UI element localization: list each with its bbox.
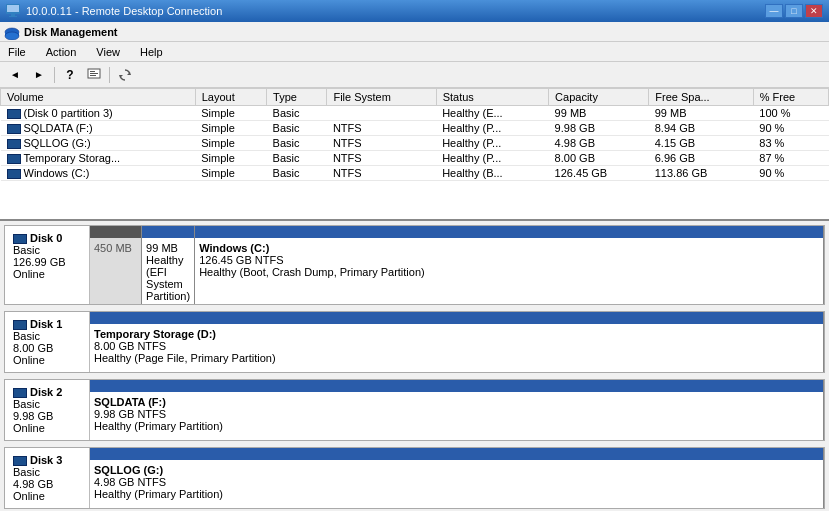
- svg-rect-9: [90, 73, 98, 74]
- col-capacity: Capacity: [549, 89, 649, 106]
- cell-freespace: 4.15 GB: [649, 136, 754, 151]
- disk-status: Online: [13, 354, 81, 366]
- cell-freespace: 113.86 GB: [649, 166, 754, 181]
- table-row[interactable]: SQLDATA (F:) Simple Basic NTFS Healthy (…: [1, 121, 829, 136]
- cell-percentfree: 87 %: [753, 151, 828, 166]
- forward-button[interactable]: ►: [28, 65, 50, 85]
- disk-label: Disk 0Basic126.99 GBOnline: [5, 226, 90, 304]
- partition-content: SQLLOG (G:)4.98 GB NTFSHealthy (Primary …: [90, 462, 823, 502]
- cell-layout: Simple: [195, 136, 266, 151]
- disk-partitions: Temporary Storage (D:)8.00 GB NTFSHealth…: [90, 312, 824, 372]
- partition-label: Healthy (Boot, Crash Dump, Primary Parti…: [199, 266, 819, 278]
- col-layout: Layout: [195, 89, 266, 106]
- cell-filesystem: [327, 106, 436, 121]
- cell-volume: Windows (C:): [1, 166, 196, 181]
- cell-freespace: 8.94 GB: [649, 121, 754, 136]
- partition-detail: 8.00 GB NTFS: [94, 340, 819, 352]
- minimize-button[interactable]: —: [765, 4, 783, 18]
- disk-type: Basic: [13, 330, 81, 342]
- cell-status: Healthy (P...: [436, 151, 548, 166]
- cell-status: Healthy (E...: [436, 106, 548, 121]
- cell-capacity: 9.98 GB: [549, 121, 649, 136]
- partition-label: Healthy (EFI System Partition): [146, 254, 190, 302]
- svg-rect-3: [9, 16, 17, 17]
- disk-label: Disk 1Basic8.00 GBOnline: [5, 312, 90, 372]
- partition-name: SQLLOG (G:): [94, 464, 819, 476]
- disk-size: 126.99 GB: [13, 256, 81, 268]
- toolbar-separator-1: [54, 67, 55, 83]
- cell-capacity: 8.00 GB: [549, 151, 649, 166]
- cell-volume: SQLDATA (F:): [1, 121, 196, 136]
- cell-layout: Simple: [195, 166, 266, 181]
- table-row[interactable]: Windows (C:) Simple Basic NTFS Healthy (…: [1, 166, 829, 181]
- disk-id: Disk 3: [13, 454, 81, 466]
- toolbar-separator-2: [109, 67, 110, 83]
- partition-content: 99 MBHealthy (EFI System Partition): [142, 240, 194, 304]
- volume-table: Volume Layout Type File System Status Ca…: [0, 88, 829, 181]
- rdp-icon: [6, 4, 20, 18]
- partition-detail: 9.98 GB NTFS: [94, 408, 819, 420]
- title-bar-controls: — □ ✕: [765, 4, 823, 18]
- disk-mgmt-icon: [4, 24, 20, 40]
- cell-layout: Simple: [195, 106, 266, 121]
- back-button[interactable]: ◄: [4, 65, 26, 85]
- disk-partition[interactable]: 99 MBHealthy (EFI System Partition): [142, 226, 195, 304]
- menu-action[interactable]: Action: [42, 44, 81, 60]
- disk-partition[interactable]: Temporary Storage (D:)8.00 GB NTFSHealth…: [90, 312, 824, 372]
- cell-filesystem: NTFS: [327, 166, 436, 181]
- partition-name: Temporary Storage (D:): [94, 328, 819, 340]
- cell-status: Healthy (P...: [436, 121, 548, 136]
- menu-file[interactable]: File: [4, 44, 30, 60]
- disk-partition[interactable]: 450 MB: [90, 226, 142, 304]
- cell-capacity: 99 MB: [549, 106, 649, 121]
- help-button[interactable]: ?: [59, 65, 81, 85]
- maximize-button[interactable]: □: [785, 4, 803, 18]
- cell-filesystem: NTFS: [327, 121, 436, 136]
- partition-name: 99 MB: [146, 242, 190, 254]
- close-button[interactable]: ✕: [805, 4, 823, 18]
- cell-volume: SQLLOG (G:): [1, 136, 196, 151]
- partition-content: Temporary Storage (D:)8.00 GB NTFSHealth…: [90, 326, 823, 366]
- disk-id: Disk 1: [13, 318, 81, 330]
- cell-capacity: 126.45 GB: [549, 166, 649, 181]
- table-row[interactable]: SQLLOG (G:) Simple Basic NTFS Healthy (P…: [1, 136, 829, 151]
- col-filesystem: File System: [327, 89, 436, 106]
- table-row[interactable]: (Disk 0 partition 3) Simple Basic Health…: [1, 106, 829, 121]
- partition-header-bar: [90, 226, 141, 238]
- menu-help[interactable]: Help: [136, 44, 167, 60]
- partition-header-bar: [90, 312, 823, 324]
- cell-layout: Simple: [195, 121, 266, 136]
- disk-row: Disk 1Basic8.00 GBOnlineTemporary Storag…: [4, 311, 825, 373]
- disk-label: Disk 2Basic9.98 GBOnline: [5, 380, 90, 440]
- cell-type: Basic: [267, 136, 327, 151]
- cell-type: Basic: [267, 106, 327, 121]
- cell-freespace: 6.96 GB: [649, 151, 754, 166]
- toolbar: ◄ ► ?: [0, 62, 829, 88]
- disk-label: Disk 3Basic4.98 GBOnline: [5, 448, 90, 508]
- table-row[interactable]: Temporary Storag... Simple Basic NTFS He…: [1, 151, 829, 166]
- col-status: Status: [436, 89, 548, 106]
- cell-type: Basic: [267, 151, 327, 166]
- partition-detail: 4.98 GB NTFS: [94, 476, 819, 488]
- disk-size: 8.00 GB: [13, 342, 81, 354]
- svg-rect-2: [11, 14, 15, 16]
- disk-status: Online: [13, 268, 81, 280]
- disk-size: 4.98 GB: [13, 478, 81, 490]
- disk-partition[interactable]: SQLDATA (F:)9.98 GB NTFSHealthy (Primary…: [90, 380, 824, 440]
- partition-label: Healthy (Primary Partition): [94, 420, 819, 432]
- disk-partition[interactable]: Windows (C:)126.45 GB NTFSHealthy (Boot,…: [195, 226, 824, 304]
- menu-bar: File Action View Help: [0, 42, 829, 62]
- disk-partitions: SQLLOG (G:)4.98 GB NTFSHealthy (Primary …: [90, 448, 824, 508]
- disk-type: Basic: [13, 244, 81, 256]
- partition-content: SQLDATA (F:)9.98 GB NTFSHealthy (Primary…: [90, 394, 823, 434]
- svg-rect-8: [90, 71, 95, 72]
- title-bar: 10.0.0.11 - Remote Desktop Connection — …: [0, 0, 829, 22]
- partition-detail: 126.45 GB NTFS: [199, 254, 819, 266]
- cell-percentfree: 90 %: [753, 166, 828, 181]
- properties-button[interactable]: [83, 65, 105, 85]
- disk-partition[interactable]: SQLLOG (G:)4.98 GB NTFSHealthy (Primary …: [90, 448, 824, 508]
- menu-view[interactable]: View: [92, 44, 124, 60]
- cell-freespace: 99 MB: [649, 106, 754, 121]
- refresh-button[interactable]: [114, 65, 136, 85]
- partition-header-bar: [142, 226, 194, 238]
